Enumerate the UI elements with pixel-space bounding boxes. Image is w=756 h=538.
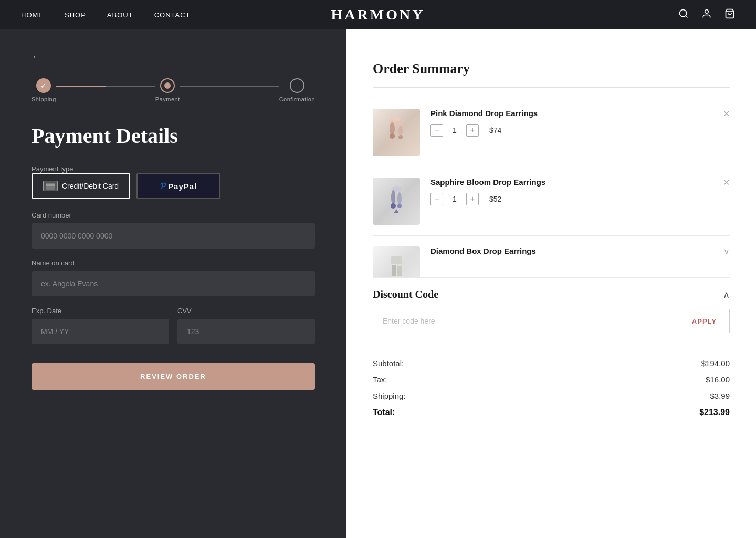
- apply-discount-button[interactable]: APPLY: [679, 309, 729, 333]
- svg-point-7: [390, 122, 395, 135]
- search-icon[interactable]: [678, 8, 689, 22]
- tax-row: Tax: $16.00: [373, 375, 730, 384]
- step-payment: Payment: [155, 78, 180, 102]
- order-item-3: Diamond Box Drop Earrings ∨: [373, 236, 730, 278]
- svg-marker-17: [394, 209, 399, 213]
- svg-rect-5: [46, 184, 55, 186]
- discount-header[interactable]: Discount Code ∧: [373, 288, 730, 301]
- cvv-group: CVV: [177, 307, 315, 344]
- nav-home[interactable]: HOME: [21, 11, 44, 19]
- item-2-qty-value: 1: [449, 195, 460, 203]
- step-shipping: ✓ Shipping: [32, 78, 56, 102]
- subtotal-row: Subtotal: $194.00: [373, 359, 730, 368]
- subtotal-label: Subtotal:: [373, 359, 404, 368]
- order-divider: [373, 87, 730, 88]
- order-summary-title: Order Summary: [373, 61, 730, 77]
- exp-date-input[interactable]: [32, 319, 169, 344]
- left-panel: ← ✓ Shipping Payment Confirmation Paymen…: [0, 29, 346, 538]
- paypal-button[interactable]: 𝓟 PayPal: [136, 173, 220, 199]
- credit-card-label: Credit/Debit Card: [62, 182, 119, 190]
- name-on-card-group: Name on card: [32, 259, 315, 296]
- svg-point-15: [391, 203, 396, 209]
- svg-rect-19: [392, 265, 396, 276]
- step-shipping-circle: ✓: [36, 78, 51, 93]
- svg-line-1: [686, 15, 688, 17]
- item-2-remove-button[interactable]: ✕: [723, 178, 730, 188]
- item-2-qty-decrease[interactable]: −: [430, 193, 443, 205]
- right-panel: Order Summary Pink Diamond Drop Earrings…: [346, 29, 756, 538]
- name-on-card-label: Name on card: [32, 259, 315, 267]
- item-1-qty-decrease[interactable]: −: [430, 124, 443, 137]
- svg-point-16: [397, 204, 402, 208]
- total-label: Total:: [373, 408, 395, 417]
- item-1-details: Pink Diamond Drop Earrings − 1 + $74: [430, 109, 730, 137]
- item-3-remove-button[interactable]: ∨: [723, 246, 730, 256]
- discount-code-input[interactable]: [373, 309, 679, 333]
- shipping-label: Shipping:: [373, 391, 406, 400]
- svg-point-0: [680, 9, 687, 16]
- review-order-button[interactable]: REVIEW ORDER: [32, 363, 315, 390]
- back-button[interactable]: ←: [32, 50, 42, 63]
- item-1-remove-button[interactable]: ✕: [723, 109, 730, 119]
- item-1-thumbnail: [373, 109, 420, 156]
- discount-input-row: APPLY: [373, 309, 730, 333]
- svg-point-9: [390, 133, 395, 139]
- item-2-price: $52: [489, 195, 501, 203]
- svg-point-8: [398, 126, 403, 136]
- cvv-label: CVV: [177, 307, 315, 315]
- cart-icon[interactable]: [724, 8, 735, 22]
- paypal-icon-left: 𝓟: [160, 181, 166, 191]
- nav-shop[interactable]: SHOP: [65, 11, 86, 19]
- item-3-details: Diamond Box Drop Earrings: [430, 246, 730, 262]
- discount-collapse-icon: ∧: [723, 289, 730, 301]
- payment-type-label: Payment type: [32, 165, 74, 173]
- item-3-earring-svg: [381, 252, 412, 278]
- step-shipping-label: Shipping: [32, 96, 56, 102]
- card-number-label: Card number: [32, 211, 315, 219]
- step-payment-label: Payment: [155, 96, 180, 102]
- svg-rect-20: [397, 266, 402, 276]
- nav-contact[interactable]: CONTACT: [154, 11, 191, 19]
- svg-rect-21: [391, 277, 402, 278]
- item-2-details: Sapphire Bloom Drop Earrings − 1 + $52: [430, 178, 730, 205]
- discount-title: Discount Code: [373, 288, 438, 301]
- order-totals: Subtotal: $194.00 Tax: $16.00 Shipping: …: [373, 344, 730, 417]
- item-1-price: $74: [489, 126, 501, 134]
- account-icon[interactable]: [701, 8, 712, 22]
- svg-rect-4: [46, 183, 55, 190]
- shipping-value: $3.99: [710, 391, 730, 400]
- svg-point-10: [398, 135, 403, 139]
- header-icons: [678, 8, 735, 22]
- item-1-qty-increase[interactable]: +: [466, 124, 479, 137]
- progress-bar: ✓ Shipping Payment Confirmation: [32, 78, 315, 102]
- payment-type-row: Credit/Debit Card 𝓟 PayPal: [32, 173, 315, 199]
- item-2-qty-increase[interactable]: +: [466, 193, 479, 205]
- nav-about[interactable]: ABOUT: [107, 11, 133, 19]
- check-icon: ✓: [40, 81, 47, 90]
- exp-date-group: Exp. Date: [32, 307, 169, 344]
- item-2-qty-row: − 1 + $52: [430, 193, 730, 205]
- item-1-qty-value: 1: [449, 126, 460, 134]
- progress-line-2: [180, 86, 279, 87]
- item-1-qty-row: − 1 + $74: [430, 124, 730, 137]
- item-3-name: Diamond Box Drop Earrings: [430, 246, 730, 255]
- tax-label: Tax:: [373, 375, 387, 384]
- item-2-name: Sapphire Bloom Drop Earrings: [430, 178, 730, 187]
- item-3-thumbnail: [373, 246, 420, 278]
- site-logo[interactable]: HARMONY: [331, 6, 425, 23]
- total-value: $213.99: [699, 408, 730, 417]
- payment-type-group: Payment type Credit/Debit Card 𝓟 PayPal: [32, 164, 315, 199]
- item-2-earring-svg: [381, 183, 412, 220]
- main-layout: ← ✓ Shipping Payment Confirmation Paymen…: [0, 29, 756, 538]
- credit-card-button[interactable]: Credit/Debit Card: [32, 173, 130, 199]
- cvv-input[interactable]: [177, 319, 315, 344]
- total-row: Total: $213.99: [373, 408, 730, 417]
- order-item-2: Sapphire Bloom Drop Earrings − 1 + $52 ✕: [373, 167, 730, 236]
- step-confirmation-circle: [290, 78, 304, 93]
- card-number-input[interactable]: [32, 223, 315, 249]
- subtotal-value: $194.00: [701, 359, 730, 368]
- name-on-card-input[interactable]: [32, 271, 315, 296]
- item-1-name: Pink Diamond Drop Earrings: [430, 109, 730, 118]
- svg-point-11: [392, 117, 401, 121]
- exp-cvv-row: Exp. Date CVV: [32, 307, 315, 355]
